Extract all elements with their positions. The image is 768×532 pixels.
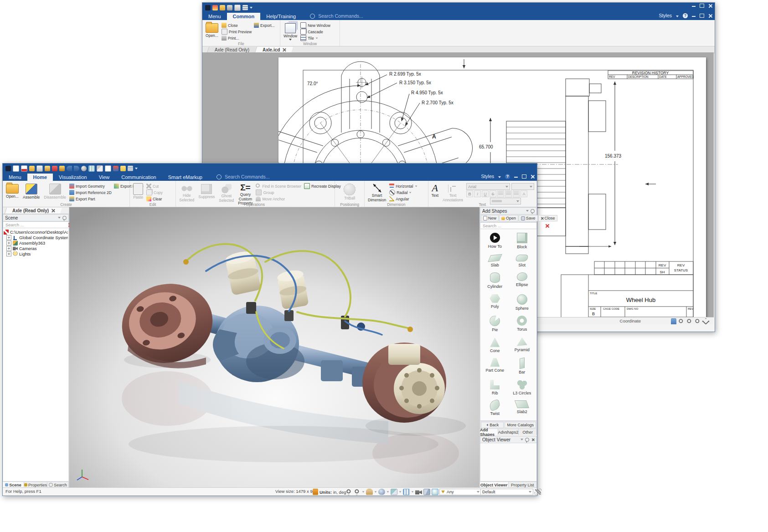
catalog-item-cylinder[interactable]: Cylinder [481, 271, 509, 291]
zoom-fit-icon[interactable] [694, 318, 701, 324]
text-button[interactable]: A Text [431, 182, 440, 199]
main-titlebar[interactable] [3, 164, 537, 173]
import-geometry-button[interactable]: Import Geometry [69, 183, 112, 189]
save-quick-icon[interactable] [234, 5, 241, 11]
doc-restore-icon[interactable] [700, 14, 704, 18]
scene-doc-close-icon[interactable] [52, 209, 55, 212]
add-shapes-header[interactable]: Add Shapes [480, 207, 537, 215]
cut-button[interactable]: Cut [146, 183, 163, 189]
help-icon[interactable]: ? [505, 174, 510, 179]
new-window-button[interactable]: New Window [300, 22, 330, 28]
tree-item-coordinate-system[interactable]: Global Coordinate System [4, 235, 68, 240]
catalog-close-button[interactable]: Close [538, 215, 557, 221]
resize-grip-icon[interactable] [535, 489, 541, 495]
copy-button[interactable]: Copy [146, 189, 163, 195]
panel-close-icon[interactable] [532, 438, 535, 441]
italic-button[interactable]: I [474, 190, 481, 197]
tree-item-lights[interactable]: Lights [4, 251, 68, 256]
close-doc-button[interactable]: Close [222, 22, 252, 28]
bold-button[interactable]: B [466, 190, 473, 197]
tab-other[interactable]: Other [519, 429, 537, 435]
search-commands-input[interactable] [224, 174, 285, 180]
horizontal-dimension-button[interactable]: Horizontal [389, 183, 417, 189]
tab-smart-emarkup[interactable]: Smart eMarkup [162, 174, 208, 181]
tab-visualization[interactable]: Visualization [53, 174, 93, 181]
shaded-view-icon[interactable] [391, 489, 397, 495]
panel-menu-icon[interactable] [526, 210, 529, 212]
radial-dimension-button[interactable]: Radial [389, 189, 417, 195]
catalog-item-bar[interactable]: Bar [509, 357, 536, 376]
catalog-item-slot[interactable]: Slot [509, 254, 536, 269]
close-scene-icon[interactable] [21, 165, 27, 172]
scene-doc-tab[interactable]: Axle (Read Only) [5, 208, 62, 214]
print-quick-icon[interactable] [227, 5, 232, 10]
restore-icon[interactable] [700, 4, 704, 8]
expand-icon[interactable] [6, 240, 11, 246]
folder-quick-icon[interactable] [220, 5, 225, 10]
render-sphere-icon[interactable] [81, 166, 87, 171]
smart-dimension-button[interactable]: SmartDimension [367, 182, 387, 203]
styles-dropdown[interactable]: Styles [481, 174, 494, 179]
open-quick-icon[interactable] [212, 5, 218, 10]
help-icon[interactable]: ? [683, 13, 688, 18]
object-viewer-header[interactable]: Object Viewer [480, 436, 537, 443]
search-commands[interactable] [310, 13, 378, 20]
orbit-icon[interactable] [378, 489, 385, 495]
expand-icon[interactable] [6, 246, 11, 251]
styles-caret-icon[interactable] [676, 15, 679, 17]
catalog-new-button[interactable]: New [481, 215, 499, 221]
align-left-icon[interactable] [497, 190, 504, 197]
catalog-item-torus[interactable]: Torus [509, 315, 536, 334]
export-button[interactable]: Export... [254, 22, 275, 28]
catalog-save-button[interactable]: Save [519, 215, 538, 221]
doc-tab-close-icon[interactable] [283, 48, 286, 51]
grid-icon[interactable] [403, 489, 410, 495]
export-icon[interactable] [59, 166, 65, 171]
catalog-item-pie[interactable]: Pie [481, 315, 509, 334]
tab-common[interactable]: Common [227, 13, 261, 20]
grid-view-icon[interactable] [88, 165, 95, 172]
ghost-selected-button[interactable]: GhostSelected [218, 182, 235, 203]
doc-minimize-icon[interactable] [692, 16, 696, 17]
pin-icon[interactable] [531, 209, 535, 213]
tab-add-shapes[interactable]: Add Shapes [480, 429, 498, 435]
font-family-select[interactable]: Arial [466, 183, 510, 190]
strikethrough-button[interactable]: S [490, 190, 496, 197]
find-in-scene-browser-button[interactable]: Find in Scene Browser [256, 183, 301, 189]
import-icon[interactable] [52, 166, 57, 171]
hide-selected-button[interactable]: HideSelected [178, 182, 195, 203]
panel-menu-icon[interactable] [58, 217, 61, 219]
print-icon[interactable] [45, 166, 50, 171]
doc-close-icon[interactable] [708, 14, 712, 18]
move-anchor-button[interactable]: Move Anchor [256, 196, 340, 202]
pin-icon[interactable] [525, 438, 529, 442]
search-commands-input[interactable] [317, 13, 378, 19]
redo-icon[interactable] [74, 166, 79, 171]
scene-search[interactable] [3, 221, 69, 228]
catalog-open-button[interactable]: Open [499, 215, 518, 221]
text-annotations-button[interactable]: TextAnnotations [442, 182, 464, 203]
notes-icon[interactable] [120, 166, 126, 171]
camera-icon[interactable] [415, 489, 422, 495]
catalog-item-howto[interactable]: How To [481, 232, 509, 251]
shaded-caret-icon[interactable] [399, 491, 402, 492]
align-right-icon[interactable] [513, 190, 520, 197]
undo-icon[interactable] [67, 166, 72, 171]
export-part-button[interactable]: Export Part [69, 196, 112, 202]
configuration-select[interactable]: Default [480, 489, 533, 495]
assemble-button[interactable]: Assemble [22, 182, 41, 200]
underline-button[interactable]: U [482, 190, 489, 197]
new-scene-icon[interactable] [13, 165, 19, 172]
pin-view-icon[interactable] [671, 318, 676, 324]
superscript-button[interactable]: A [521, 190, 527, 197]
triball-button[interactable]: TriBall [343, 182, 356, 201]
catalog-item-twist[interactable]: Twist [481, 399, 509, 418]
cascade-button[interactable]: Cascade [300, 29, 330, 35]
tab-view[interactable]: View [93, 174, 116, 181]
catalog-item-partcone[interactable]: Part Cone [481, 357, 509, 376]
zoom-in-icon[interactable] [678, 318, 685, 324]
close-icon[interactable] [531, 174, 535, 179]
mail-icon[interactable] [113, 166, 119, 171]
disassemble-button[interactable]: Disassemble [43, 182, 67, 200]
catalog-item-l3circles[interactable]: L3 Circles [509, 379, 536, 397]
